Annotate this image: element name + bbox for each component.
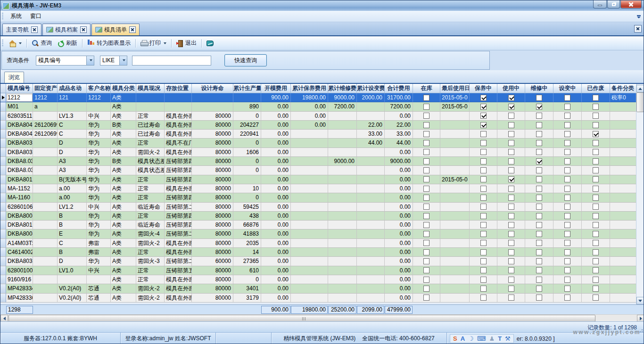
cell-customer[interactable]: 华为 [87,130,111,139]
cell-product_name[interactable]: B [58,212,87,221]
cell-product_name[interactable] [58,275,87,284]
cell-customer[interactable]: 华为 [87,166,111,175]
cell-customer[interactable]: 1212 [87,93,111,102]
cell-produced[interactable]: 204227 [233,121,261,130]
cell-category[interactable]: A类 [111,102,136,111]
maintaining-checkbox[interactable] [480,240,487,246]
cell-open_fee[interactable]: 0.00 [261,248,291,257]
cell-in_stock[interactable] [413,275,440,284]
cell-design_life[interactable]: 80000 [192,184,233,193]
cell-maintaining[interactable] [470,93,497,102]
cell-produced[interactable]: 41883 [233,229,261,238]
cell-location[interactable]: 压铸部第四 [165,212,192,221]
cell-maintain_fee[interactable] [291,212,328,221]
grid-row-15[interactable]: DKBA8019B华为A类临近寿命压铸部第四80000668760.000.00 [0,221,644,229]
cell-repair_fee[interactable] [328,239,357,248]
cell-in_stock[interactable] [413,93,440,102]
cell-maintain_fee[interactable] [291,294,328,303]
cell-in_stock[interactable] [413,121,440,130]
cell-in_use[interactable] [497,239,525,248]
column-header-change_fee[interactable]: 累计设变费 [357,84,385,93]
cell-change_fee[interactable] [357,175,385,184]
voided-checkbox[interactable] [593,258,599,264]
cell-location[interactable]: 模具在外面 [165,112,192,121]
in_stock-checkbox[interactable] [423,286,429,292]
cell-spare_class[interactable] [610,294,637,303]
cell-last_used[interactable]: 2015-05-0 [440,175,470,184]
repairing-checkbox[interactable] [536,295,542,301]
maintaining-checkbox[interactable] [480,249,487,255]
cell-maintain_fee[interactable] [291,166,328,175]
cell-voided[interactable] [582,139,610,147]
cell-repair_fee[interactable] [328,248,357,257]
cell-open_fee[interactable]: 0.00 [261,266,291,275]
cell-design_life[interactable]: 80000 [192,130,233,139]
menu-system[interactable]: 系统 [6,11,26,22]
dropdown-button[interactable] [119,56,127,65]
cell-produced[interactable]: 0 [233,139,261,147]
row-selector[interactable] [0,266,6,275]
column-header-open_fee[interactable]: 开模费用 [261,84,291,93]
cell-produced[interactable]: 66876 [233,221,261,229]
cell-changing[interactable] [553,212,582,221]
in_stock-checkbox[interactable] [423,213,429,219]
scroll-up-button[interactable] [636,85,644,92]
cell-repair_fee[interactable] [328,212,357,221]
cell-repair_fee[interactable] [328,130,357,139]
cell-in_use[interactable] [497,130,525,139]
cell-category[interactable]: A类 [111,239,136,248]
cell-repair_fee[interactable] [328,275,357,284]
cell-fixed_asset[interactable] [33,212,58,221]
grid-row-20[interactable]: 62800100LV1.0中兴A类正常压铸部第五800006100.000.00 [0,266,644,275]
grid-row-12[interactable]: MA-1160a.00华为A类正常压铸部第四8000000.000.00 [0,193,644,202]
grid-row-19[interactable]: DKBA8035D华为A类需回火-3压铸部第二60000273650.000.0… [0,257,644,266]
grid-row-9[interactable]: DKBA8.03A3华为A类模具状态差压铸部第四8000000.000.00 [0,166,644,175]
cell-change_fee[interactable]: 33.00 [357,130,385,139]
cell-maintaining[interactable] [470,212,497,221]
changing-checkbox[interactable] [564,195,570,201]
repairing-checkbox[interactable] [536,258,542,264]
changing-checkbox[interactable] [564,149,570,155]
cell-category[interactable]: A类 [111,221,136,229]
cell-maintaining[interactable] [470,157,497,166]
voided-checkbox[interactable] [593,240,599,246]
grid-row-23[interactable]: MP428336V0.2(A0)芯通A类需回火-2模具在外面8000031790… [0,294,644,303]
cell-repair_fee[interactable]: 7200.00 [328,102,357,111]
cell-repairing[interactable] [525,221,553,229]
cell-in_use[interactable] [497,112,525,121]
cell-in_use[interactable] [497,102,525,111]
column-header-produced[interactable]: 累计生产量 [233,84,261,93]
cell-total_fee[interactable]: 0.00 [385,175,413,184]
cell-mold_id[interactable]: MA-1152 [6,184,33,193]
cell-total_fee[interactable]: 33.00 [385,130,413,139]
cell-change_fee[interactable] [357,275,385,284]
cell-in_use[interactable] [497,212,525,221]
repairing-checkbox[interactable] [536,231,542,237]
cell-in_use[interactable] [497,93,525,102]
cell-changing[interactable] [553,294,582,303]
voided-checkbox[interactable] [593,286,599,292]
cell-repair_fee[interactable] [328,166,357,175]
query-button[interactable]: 查询 [29,38,55,49]
cell-maintain_fee[interactable] [291,203,328,212]
column-header-repair_fee[interactable]: 累计维修费 [328,84,357,93]
cell-repair_fee[interactable] [328,139,357,147]
voided-checkbox[interactable] [593,149,599,155]
cell-condition[interactable]: 正常 [136,275,165,284]
cell-mold_id[interactable]: DKBA8019 [6,175,33,184]
cell-location[interactable]: 模具在外面 [165,239,192,248]
cell-repairing[interactable] [525,212,553,221]
in_use-checkbox[interactable] [508,231,514,237]
cell-voided[interactable] [582,166,610,175]
cell-open_fee[interactable]: 0.00 [261,275,291,284]
cell-maintaining[interactable] [470,248,497,257]
cell-changing[interactable] [553,193,582,202]
cell-customer[interactable]: 华为 [87,121,111,130]
cell-changing[interactable] [553,229,582,238]
grid-row-3[interactable]: 62803511LV1.3中兴A类正常模具在外面8000000.000.000.… [0,112,644,121]
cell-mold_id[interactable]: 62860106 [6,203,33,212]
cell-design_life[interactable]: 80000 [192,193,233,202]
cell-in_stock[interactable] [413,102,440,111]
in_stock-checkbox[interactable] [423,158,429,164]
cell-category[interactable]: A类 [111,112,136,121]
